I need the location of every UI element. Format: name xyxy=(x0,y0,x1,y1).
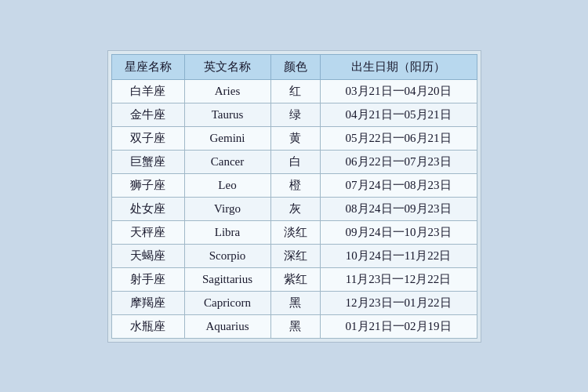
cell-english: Gemini xyxy=(184,126,270,150)
cell-chinese: 狮子座 xyxy=(111,173,184,197)
cell-chinese: 双子座 xyxy=(111,126,184,150)
cell-color: 淡红 xyxy=(270,220,320,244)
cell-chinese: 处女座 xyxy=(111,197,184,220)
cell-date: 11月23日一12月22日 xyxy=(320,267,477,291)
table-row: 双子座Gemini黄05月22日一06月21日 xyxy=(111,126,477,150)
cell-chinese: 天蝎座 xyxy=(111,244,184,267)
cell-english: Taurus xyxy=(184,103,270,126)
cell-chinese: 巨蟹座 xyxy=(111,150,184,173)
table-row: 狮子座Leo橙07月24日一08月23日 xyxy=(111,173,477,197)
cell-date: 01月21日一02月19日 xyxy=(320,314,477,338)
cell-chinese: 天秤座 xyxy=(111,220,184,244)
cell-english: Sagittarius xyxy=(184,267,270,291)
cell-english: Scorpio xyxy=(184,244,270,267)
cell-color: 白 xyxy=(270,150,320,173)
zodiac-table: 星座名称 英文名称 颜色 出生日期（阳历） 白羊座Aries红03月21日一04… xyxy=(111,54,477,339)
cell-chinese: 水瓶座 xyxy=(111,314,184,338)
table-row: 白羊座Aries红03月21日一04月20日 xyxy=(111,79,477,103)
header-date: 出生日期（阳历） xyxy=(320,54,477,79)
cell-color: 紫红 xyxy=(270,267,320,291)
cell-english: Aries xyxy=(184,79,270,103)
cell-chinese: 射手座 xyxy=(111,267,184,291)
cell-chinese: 白羊座 xyxy=(111,79,184,103)
header-color: 颜色 xyxy=(270,54,320,79)
table-row: 射手座Sagittarius紫红11月23日一12月22日 xyxy=(111,267,477,291)
cell-chinese: 金牛座 xyxy=(111,103,184,126)
cell-date: 09月24日一10月23日 xyxy=(320,220,477,244)
table-row: 摩羯座Capricorn黑12月23日一01月22日 xyxy=(111,291,477,314)
cell-date: 04月21日一05月21日 xyxy=(320,103,477,126)
cell-chinese: 摩羯座 xyxy=(111,291,184,314)
cell-date: 07月24日一08月23日 xyxy=(320,173,477,197)
cell-date: 03月21日一04月20日 xyxy=(320,79,477,103)
cell-color: 深红 xyxy=(270,244,320,267)
header-chinese: 星座名称 xyxy=(111,54,184,79)
cell-date: 12月23日一01月22日 xyxy=(320,291,477,314)
table-row: 天秤座Libra淡红09月24日一10月23日 xyxy=(111,220,477,244)
table-row: 巨蟹座Cancer白06月22日一07月23日 xyxy=(111,150,477,173)
zodiac-table-container: 星座名称 英文名称 颜色 出生日期（阳历） 白羊座Aries红03月21日一04… xyxy=(107,50,481,343)
cell-english: Virgo xyxy=(184,197,270,220)
table-row: 天蝎座Scorpio深红10月24日一11月22日 xyxy=(111,244,477,267)
table-row: 金牛座Taurus绿04月21日一05月21日 xyxy=(111,103,477,126)
cell-english: Capricorn xyxy=(184,291,270,314)
cell-color: 绿 xyxy=(270,103,320,126)
cell-date: 05月22日一06月21日 xyxy=(320,126,477,150)
cell-date: 06月22日一07月23日 xyxy=(320,150,477,173)
cell-english: Libra xyxy=(184,220,270,244)
header-english: 英文名称 xyxy=(184,54,270,79)
cell-english: Leo xyxy=(184,173,270,197)
table-row: 水瓶座Aquarius黑01月21日一02月19日 xyxy=(111,314,477,338)
table-row: 处女座Virgo灰08月24日一09月23日 xyxy=(111,197,477,220)
cell-color: 橙 xyxy=(270,173,320,197)
cell-english: Cancer xyxy=(184,150,270,173)
cell-english: Aquarius xyxy=(184,314,270,338)
cell-color: 红 xyxy=(270,79,320,103)
cell-date: 10月24日一11月22日 xyxy=(320,244,477,267)
cell-color: 黄 xyxy=(270,126,320,150)
cell-color: 黑 xyxy=(270,291,320,314)
cell-color: 灰 xyxy=(270,197,320,220)
cell-color: 黑 xyxy=(270,314,320,338)
cell-date: 08月24日一09月23日 xyxy=(320,197,477,220)
table-header-row: 星座名称 英文名称 颜色 出生日期（阳历） xyxy=(111,54,477,79)
